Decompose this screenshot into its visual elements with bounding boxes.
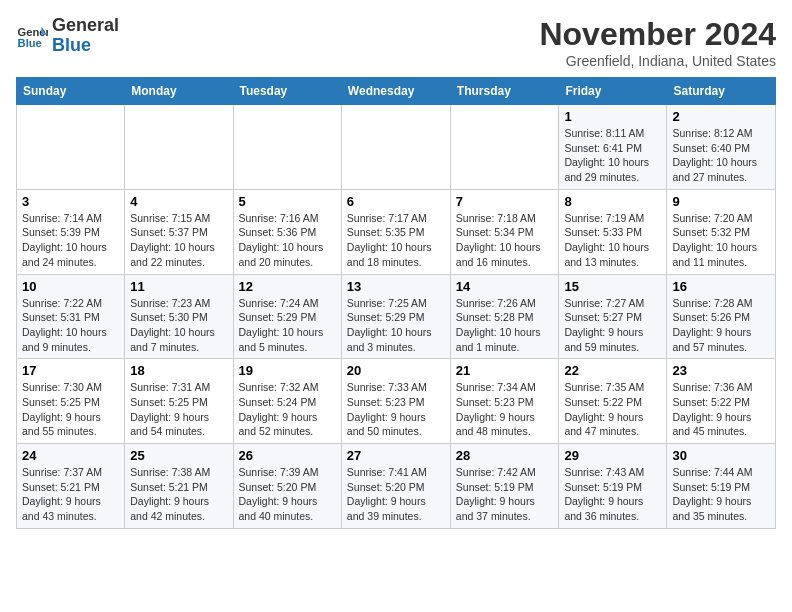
week-row-5: 24Sunrise: 7:37 AMSunset: 5:21 PMDayligh… — [17, 444, 776, 529]
day-number: 12 — [239, 279, 336, 294]
day-cell: 10Sunrise: 7:22 AMSunset: 5:31 PMDayligh… — [17, 274, 125, 359]
day-info: Sunrise: 7:18 AMSunset: 5:34 PMDaylight:… — [456, 211, 554, 270]
day-number: 26 — [239, 448, 336, 463]
day-info: Sunrise: 7:27 AMSunset: 5:27 PMDaylight:… — [564, 296, 661, 355]
day-number: 7 — [456, 194, 554, 209]
day-number: 18 — [130, 363, 227, 378]
day-number: 5 — [239, 194, 336, 209]
day-cell: 24Sunrise: 7:37 AMSunset: 5:21 PMDayligh… — [17, 444, 125, 529]
day-cell: 21Sunrise: 7:34 AMSunset: 5:23 PMDayligh… — [450, 359, 559, 444]
day-info: Sunrise: 7:34 AMSunset: 5:23 PMDaylight:… — [456, 380, 554, 439]
day-number: 1 — [564, 109, 661, 124]
day-cell: 30Sunrise: 7:44 AMSunset: 5:19 PMDayligh… — [667, 444, 776, 529]
day-info: Sunrise: 7:17 AMSunset: 5:35 PMDaylight:… — [347, 211, 445, 270]
day-cell: 16Sunrise: 7:28 AMSunset: 5:26 PMDayligh… — [667, 274, 776, 359]
day-cell: 20Sunrise: 7:33 AMSunset: 5:23 PMDayligh… — [341, 359, 450, 444]
col-header-wednesday: Wednesday — [341, 78, 450, 105]
day-info: Sunrise: 7:16 AMSunset: 5:36 PMDaylight:… — [239, 211, 336, 270]
day-info: Sunrise: 7:26 AMSunset: 5:28 PMDaylight:… — [456, 296, 554, 355]
logo-blue-text: Blue — [52, 35, 91, 55]
day-cell: 14Sunrise: 7:26 AMSunset: 5:28 PMDayligh… — [450, 274, 559, 359]
header-row: SundayMondayTuesdayWednesdayThursdayFrid… — [17, 78, 776, 105]
day-cell: 12Sunrise: 7:24 AMSunset: 5:29 PMDayligh… — [233, 274, 341, 359]
day-info: Sunrise: 7:35 AMSunset: 5:22 PMDaylight:… — [564, 380, 661, 439]
day-info: Sunrise: 7:42 AMSunset: 5:19 PMDaylight:… — [456, 465, 554, 524]
day-number: 15 — [564, 279, 661, 294]
day-info: Sunrise: 7:44 AMSunset: 5:19 PMDaylight:… — [672, 465, 770, 524]
day-number: 28 — [456, 448, 554, 463]
day-info: Sunrise: 7:39 AMSunset: 5:20 PMDaylight:… — [239, 465, 336, 524]
week-row-4: 17Sunrise: 7:30 AMSunset: 5:25 PMDayligh… — [17, 359, 776, 444]
day-cell: 29Sunrise: 7:43 AMSunset: 5:19 PMDayligh… — [559, 444, 667, 529]
day-number: 27 — [347, 448, 445, 463]
day-cell — [233, 105, 341, 190]
week-row-3: 10Sunrise: 7:22 AMSunset: 5:31 PMDayligh… — [17, 274, 776, 359]
day-number: 2 — [672, 109, 770, 124]
day-info: Sunrise: 7:30 AMSunset: 5:25 PMDaylight:… — [22, 380, 119, 439]
day-number: 20 — [347, 363, 445, 378]
col-header-saturday: Saturday — [667, 78, 776, 105]
day-cell — [450, 105, 559, 190]
day-info: Sunrise: 7:38 AMSunset: 5:21 PMDaylight:… — [130, 465, 227, 524]
logo-icon: General Blue — [16, 20, 48, 52]
day-number: 14 — [456, 279, 554, 294]
day-info: Sunrise: 7:22 AMSunset: 5:31 PMDaylight:… — [22, 296, 119, 355]
day-cell: 22Sunrise: 7:35 AMSunset: 5:22 PMDayligh… — [559, 359, 667, 444]
calendar-table: SundayMondayTuesdayWednesdayThursdayFrid… — [16, 77, 776, 529]
day-info: Sunrise: 7:24 AMSunset: 5:29 PMDaylight:… — [239, 296, 336, 355]
day-cell: 18Sunrise: 7:31 AMSunset: 5:25 PMDayligh… — [125, 359, 233, 444]
day-cell: 26Sunrise: 7:39 AMSunset: 5:20 PMDayligh… — [233, 444, 341, 529]
header: General Blue General Blue November 2024 … — [16, 16, 776, 69]
day-number: 10 — [22, 279, 119, 294]
day-number: 23 — [672, 363, 770, 378]
day-cell: 17Sunrise: 7:30 AMSunset: 5:25 PMDayligh… — [17, 359, 125, 444]
day-info: Sunrise: 7:36 AMSunset: 5:22 PMDaylight:… — [672, 380, 770, 439]
subtitle: Greenfield, Indiana, United States — [539, 53, 776, 69]
week-row-1: 1Sunrise: 8:11 AMSunset: 6:41 PMDaylight… — [17, 105, 776, 190]
calendar-header: SundayMondayTuesdayWednesdayThursdayFrid… — [17, 78, 776, 105]
day-cell: 25Sunrise: 7:38 AMSunset: 5:21 PMDayligh… — [125, 444, 233, 529]
logo: General Blue General Blue — [16, 16, 119, 56]
day-cell — [125, 105, 233, 190]
svg-text:Blue: Blue — [18, 37, 42, 49]
day-number: 22 — [564, 363, 661, 378]
col-header-friday: Friday — [559, 78, 667, 105]
day-cell — [17, 105, 125, 190]
day-info: Sunrise: 7:32 AMSunset: 5:24 PMDaylight:… — [239, 380, 336, 439]
day-cell: 3Sunrise: 7:14 AMSunset: 5:39 PMDaylight… — [17, 189, 125, 274]
day-info: Sunrise: 7:20 AMSunset: 5:32 PMDaylight:… — [672, 211, 770, 270]
day-info: Sunrise: 7:37 AMSunset: 5:21 PMDaylight:… — [22, 465, 119, 524]
day-cell: 27Sunrise: 7:41 AMSunset: 5:20 PMDayligh… — [341, 444, 450, 529]
day-cell: 8Sunrise: 7:19 AMSunset: 5:33 PMDaylight… — [559, 189, 667, 274]
day-number: 24 — [22, 448, 119, 463]
col-header-sunday: Sunday — [17, 78, 125, 105]
day-cell: 6Sunrise: 7:17 AMSunset: 5:35 PMDaylight… — [341, 189, 450, 274]
day-info: Sunrise: 7:31 AMSunset: 5:25 PMDaylight:… — [130, 380, 227, 439]
day-number: 21 — [456, 363, 554, 378]
day-info: Sunrise: 7:33 AMSunset: 5:23 PMDaylight:… — [347, 380, 445, 439]
day-cell: 15Sunrise: 7:27 AMSunset: 5:27 PMDayligh… — [559, 274, 667, 359]
day-cell — [341, 105, 450, 190]
day-cell: 1Sunrise: 8:11 AMSunset: 6:41 PMDaylight… — [559, 105, 667, 190]
day-number: 4 — [130, 194, 227, 209]
day-info: Sunrise: 7:41 AMSunset: 5:20 PMDaylight:… — [347, 465, 445, 524]
day-number: 17 — [22, 363, 119, 378]
day-number: 29 — [564, 448, 661, 463]
day-info: Sunrise: 7:14 AMSunset: 5:39 PMDaylight:… — [22, 211, 119, 270]
day-info: Sunrise: 8:12 AMSunset: 6:40 PMDaylight:… — [672, 126, 770, 185]
col-header-tuesday: Tuesday — [233, 78, 341, 105]
day-number: 30 — [672, 448, 770, 463]
day-cell: 2Sunrise: 8:12 AMSunset: 6:40 PMDaylight… — [667, 105, 776, 190]
day-number: 13 — [347, 279, 445, 294]
day-info: Sunrise: 8:11 AMSunset: 6:41 PMDaylight:… — [564, 126, 661, 185]
day-cell: 7Sunrise: 7:18 AMSunset: 5:34 PMDaylight… — [450, 189, 559, 274]
day-number: 9 — [672, 194, 770, 209]
day-info: Sunrise: 7:23 AMSunset: 5:30 PMDaylight:… — [130, 296, 227, 355]
logo-general-text: General — [52, 15, 119, 35]
day-info: Sunrise: 7:28 AMSunset: 5:26 PMDaylight:… — [672, 296, 770, 355]
col-header-monday: Monday — [125, 78, 233, 105]
day-cell: 11Sunrise: 7:23 AMSunset: 5:30 PMDayligh… — [125, 274, 233, 359]
day-number: 16 — [672, 279, 770, 294]
col-header-thursday: Thursday — [450, 78, 559, 105]
day-info: Sunrise: 7:15 AMSunset: 5:37 PMDaylight:… — [130, 211, 227, 270]
